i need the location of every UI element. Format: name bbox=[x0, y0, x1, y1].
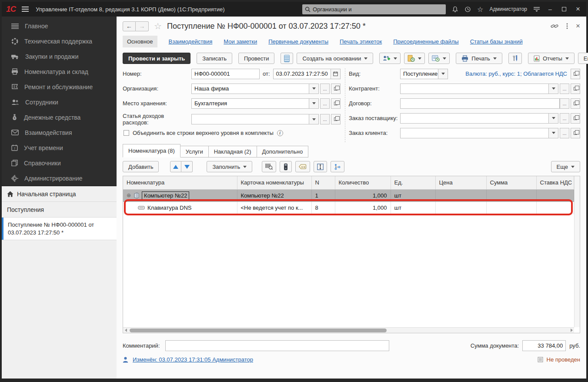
item-n[interactable]: 8 bbox=[311, 201, 335, 214]
item-sum[interactable] bbox=[486, 201, 536, 214]
row-height-button[interactable] bbox=[314, 161, 327, 172]
service-settings-icon[interactable] bbox=[533, 7, 540, 12]
income-item-field[interactable] bbox=[191, 114, 309, 124]
item-qty[interactable]: 1,000 bbox=[335, 189, 391, 201]
horizontal-scrollbar[interactable] bbox=[123, 327, 574, 333]
tab-vzaimodeystviya[interactable]: Взаимодействия bbox=[169, 38, 213, 45]
move-down-button[interactable] bbox=[181, 161, 193, 172]
create-based-on-button[interactable]: Создать на основании bbox=[297, 53, 373, 64]
grid-more-button[interactable]: Еще bbox=[551, 161, 580, 172]
modified-link[interactable]: Изменён: 03.07.2023 17:31:05 Администрат… bbox=[133, 356, 253, 363]
barcode-scanner-button[interactable] bbox=[280, 161, 292, 172]
global-search-input[interactable]: Организации и bbox=[302, 4, 446, 14]
post-and-close-button[interactable]: Провести и закрыть bbox=[123, 53, 190, 64]
expand-row-icon[interactable]: ⊕ bbox=[127, 192, 131, 198]
col-card[interactable]: Карточка номенклатуры bbox=[237, 176, 311, 189]
col-price[interactable]: Цена bbox=[435, 176, 486, 189]
date-field[interactable]: 03.07.2023 17:27:50 bbox=[273, 69, 331, 79]
scrollbar-thumb[interactable] bbox=[130, 328, 387, 332]
move-up-button[interactable] bbox=[170, 161, 181, 172]
col-vat[interactable]: Ставка НДС bbox=[536, 176, 574, 189]
item-vat[interactable] bbox=[536, 201, 574, 214]
barcode-search-button[interactable] bbox=[262, 161, 276, 172]
sidebar-item-employees[interactable]: Сотрудники bbox=[2, 94, 117, 110]
client-order-field[interactable] bbox=[400, 128, 549, 138]
save-button[interactable]: Записать bbox=[197, 53, 232, 64]
contract-open-button[interactable] bbox=[571, 98, 580, 109]
add-contact-button[interactable] bbox=[379, 53, 401, 64]
item-card[interactable]: <Не ведется учет по к... bbox=[237, 201, 311, 214]
close-window-button[interactable]: × bbox=[574, 5, 582, 13]
storage-open-button[interactable] bbox=[331, 98, 341, 109]
client-order-open-button[interactable] bbox=[571, 128, 580, 138]
sidebar-item-interactions[interactable]: Взаимодействия bbox=[2, 125, 117, 140]
tab-pechat-etiketok[interactable]: Печать этикеток bbox=[340, 38, 382, 45]
tab-stati-bazy-znaniy[interactable]: Статьи базы знаний bbox=[470, 38, 523, 45]
item-name[interactable]: Клавиатура DNS bbox=[147, 204, 191, 211]
item-price[interactable] bbox=[435, 201, 486, 214]
more-actions-icon[interactable] bbox=[566, 23, 568, 29]
get-link-icon[interactable] bbox=[551, 23, 558, 29]
supplier-order-dropdown-button[interactable] bbox=[549, 113, 558, 124]
sidebar-item-money[interactable]: $ Денежные средства bbox=[2, 110, 117, 125]
close-document-icon[interactable]: × bbox=[576, 22, 580, 30]
history-icon[interactable] bbox=[464, 6, 471, 13]
table-row[interactable]: ⊕ Компьютер №22 Компьютер №22 1 1,000 шт bbox=[123, 189, 574, 201]
sidebar-item-directories[interactable]: Справочники bbox=[2, 155, 117, 171]
organization-choose-button[interactable]: ... bbox=[320, 84, 330, 94]
merge-kits-checkbox[interactable] bbox=[124, 130, 129, 136]
minimize-button[interactable]: – bbox=[546, 6, 554, 13]
back-button[interactable]: ← bbox=[123, 21, 136, 31]
sidebar-item-glavnoe[interactable]: Главное bbox=[2, 18, 117, 34]
client-order-dropdown-button[interactable] bbox=[549, 128, 558, 138]
open-window-postupleniya[interactable]: Поступления bbox=[2, 202, 117, 218]
post-button[interactable]: Провести bbox=[238, 53, 275, 64]
sidebar-item-timesheet[interactable]: 7 Учет времени bbox=[2, 140, 117, 155]
item-unit[interactable]: шт bbox=[391, 201, 435, 214]
tasks-button[interactable] bbox=[404, 53, 425, 64]
home-page-item[interactable]: Начальная страница bbox=[2, 186, 117, 202]
forward-button[interactable]: → bbox=[136, 21, 149, 31]
main-menu-icon[interactable] bbox=[22, 7, 29, 12]
income-choose-button[interactable]: ... bbox=[320, 114, 330, 124]
info-icon[interactable]: i bbox=[277, 130, 283, 136]
table-row[interactable]: Клавиатура DNS <Не ведется учет по к... … bbox=[123, 201, 574, 214]
add-row-button[interactable]: Добавить bbox=[123, 161, 159, 172]
contragent-dropdown-button[interactable] bbox=[549, 84, 558, 94]
organization-open-button[interactable] bbox=[331, 84, 341, 94]
scroll-left-icon[interactable] bbox=[123, 328, 128, 332]
contract-field[interactable] bbox=[400, 98, 560, 109]
col-sum[interactable]: Сумма bbox=[486, 176, 536, 189]
reminders-button[interactable] bbox=[428, 53, 450, 64]
sidebar-item-purchases[interactable]: Закупки и продажи bbox=[2, 49, 117, 64]
calendar-picker-button[interactable] bbox=[331, 69, 341, 79]
tab-dopolnitelno[interactable]: Дополнительно bbox=[257, 146, 309, 157]
item-n[interactable]: 1 bbox=[311, 189, 335, 201]
tab-prisoedinennye-fayly[interactable]: Присоединенные файлы bbox=[393, 38, 459, 45]
tab-pervichnye-dokumenty[interactable]: Первичные документы bbox=[268, 38, 328, 45]
kind-field[interactable]: Поступление bbox=[400, 69, 438, 79]
tab-osnovnoe[interactable]: Основное bbox=[123, 36, 157, 47]
print-button[interactable]: Печать bbox=[456, 53, 502, 64]
supplier-order-open-button[interactable] bbox=[571, 113, 580, 124]
sidebar-item-warehouse[interactable]: Номенклатура и склад bbox=[2, 64, 117, 79]
income-open-button[interactable] bbox=[331, 114, 341, 124]
item-qty[interactable]: 1,000 bbox=[335, 201, 391, 214]
tree-view-button[interactable] bbox=[331, 161, 344, 172]
supplier-order-field[interactable] bbox=[400, 113, 549, 124]
tab-moi-zametki[interactable]: Мои заметки bbox=[224, 38, 257, 45]
reports-button[interactable]: Отчеты bbox=[528, 53, 575, 64]
col-qty[interactable]: Количество bbox=[335, 176, 391, 189]
item-unit[interactable]: шт bbox=[391, 189, 435, 201]
tab-nomenklatura[interactable]: Номенклатура (8) bbox=[123, 144, 180, 157]
storage-choose-button[interactable]: ... bbox=[320, 98, 330, 109]
kind-dropdown-button[interactable] bbox=[438, 69, 448, 79]
contragent-open-button[interactable] bbox=[571, 84, 580, 94]
income-dropdown-button[interactable] bbox=[309, 114, 319, 124]
sidebar-item-administration[interactable]: Администрирование bbox=[2, 171, 117, 186]
contragent-field[interactable] bbox=[400, 84, 549, 94]
tab-nakladnaya[interactable]: Накладная (2) bbox=[208, 146, 257, 157]
item-price[interactable] bbox=[435, 189, 486, 201]
item-sum[interactable] bbox=[486, 189, 536, 201]
sidebar-item-repair[interactable]: Ремонт и обслуживание bbox=[2, 79, 117, 94]
